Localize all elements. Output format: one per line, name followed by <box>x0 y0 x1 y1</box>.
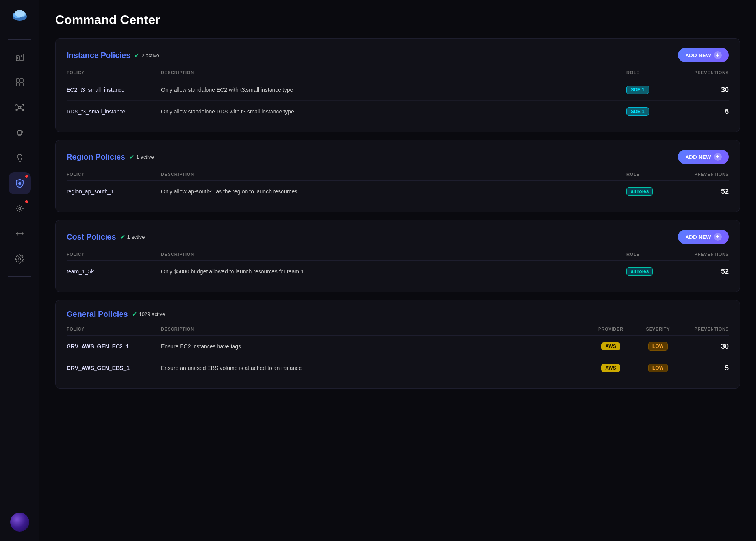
cost-col-desc: DESCRIPTION <box>161 252 626 261</box>
general-policies-table: POLICY DESCRIPTION PROVIDER SEVERITY PRE… <box>67 327 729 379</box>
policy-name-cell: GRV_AWS_GEN_EBS_1 <box>67 357 161 379</box>
instance-policies-active-badge: ✔ 2 active <box>134 52 159 59</box>
policy-desc-cell: Only allow ap-south-1 as the region to l… <box>161 181 626 203</box>
policy-name-cell: region_ap_south_1 <box>67 181 161 203</box>
main-content: Command Center Instance Policies ✔ 2 act… <box>39 0 756 541</box>
instance-policies-add-button[interactable]: ADD NEW + <box>678 48 729 62</box>
policy-desc-cell: Only $5000 budget allowed to launch reso… <box>161 261 626 283</box>
table-row: region_ap_south_1 Only allow ap-south-1 … <box>67 181 729 203</box>
policy-name-link[interactable]: region_ap_south_1 <box>67 188 114 195</box>
svg-line-22 <box>17 108 19 110</box>
policy-name-cell: EC2_t3_small_instance <box>67 79 161 101</box>
svg-point-19 <box>22 109 24 111</box>
ai-badge <box>25 200 28 203</box>
policy-desc-cell: Only allow standalone EC2 with t3.small … <box>161 79 626 101</box>
sidebar-item-settings[interactable] <box>9 248 31 270</box>
region-policies-active-count: 1 active <box>136 154 154 160</box>
instance-policies-add-label: ADD NEW <box>685 52 711 58</box>
region-col-policy: POLICY <box>67 172 161 181</box>
sidebar-item-dashboard[interactable] <box>9 71 31 93</box>
general-policies-check-icon: ✔ <box>132 310 137 318</box>
sidebar-item-ai[interactable] <box>9 197 31 219</box>
svg-point-16 <box>16 104 17 106</box>
policy-role-cell: all roles <box>626 261 682 283</box>
region-policies-check-icon: ✔ <box>129 153 134 161</box>
sidebar-item-shield[interactable] <box>9 172 31 194</box>
preventions-value: 5 <box>725 364 729 372</box>
cost-policies-add-label: ADD NEW <box>685 234 711 240</box>
policy-name-link[interactable]: EC2_t3_small_instance <box>67 87 124 93</box>
cost-policies-add-button[interactable]: ADD NEW + <box>678 230 729 244</box>
region-policies-plus-icon: + <box>714 153 722 161</box>
general-policies-section: General Policies ✔ 1029 active POLICY DE… <box>55 300 740 389</box>
instance-col-role: ROLE <box>626 70 682 79</box>
table-row: GRV_AWS_GEN_EC2_1 Ensure EC2 instances h… <box>67 336 729 357</box>
policy-name-cell: team_1_5k <box>67 261 161 283</box>
provider-badge: AWS <box>601 342 620 350</box>
general-col-prev: PREVENTIONS <box>682 327 729 336</box>
policy-name-cell: GRV_AWS_GEN_EC2_1 <box>67 336 161 357</box>
svg-point-39 <box>19 207 21 210</box>
sidebar-item-transfer[interactable] <box>9 223 31 245</box>
policy-name-link[interactable]: RDS_t3_small_instance <box>67 108 125 115</box>
table-row: GRV_AWS_GEN_EBS_1 Ensure an unused EBS v… <box>67 357 729 379</box>
cost-policies-header: Cost Policies ✔ 1 active ADD NEW + <box>67 230 729 244</box>
svg-point-37 <box>19 182 21 185</box>
cost-policies-section: Cost Policies ✔ 1 active ADD NEW + POLIC… <box>55 220 740 292</box>
general-policies-active-count: 1029 active <box>139 311 165 317</box>
policy-severity-cell: LOW <box>634 357 682 379</box>
svg-point-18 <box>16 109 17 111</box>
role-badge: SDE 1 <box>626 107 649 116</box>
svg-rect-5 <box>20 54 23 61</box>
policy-preventions-cell: 30 <box>682 336 729 357</box>
region-policies-add-label: ADD NEW <box>685 154 711 160</box>
sidebar-divider-bottom <box>8 276 31 277</box>
general-col-provider: PROVIDER <box>587 327 634 336</box>
svg-rect-14 <box>20 83 23 86</box>
sidebar-item-buildings[interactable] <box>9 46 31 68</box>
instance-policies-plus-icon: + <box>714 51 722 59</box>
policy-desc-cell: Ensure EC2 instances have tags <box>161 336 587 357</box>
cost-col-role: ROLE <box>626 252 682 261</box>
instance-col-policy: POLICY <box>67 70 161 79</box>
region-policies-add-button[interactable]: ADD NEW + <box>678 150 729 164</box>
sidebar-item-chip[interactable] <box>9 122 31 144</box>
instance-col-prev: PREVENTIONS <box>682 70 729 79</box>
svg-rect-24 <box>18 131 22 135</box>
svg-point-3 <box>15 10 25 17</box>
svg-line-23 <box>21 108 22 110</box>
general-policies-title-group: General Policies ✔ 1029 active <box>67 310 165 319</box>
svg-point-17 <box>22 104 24 106</box>
preventions-value: 30 <box>721 86 729 94</box>
severity-badge: LOW <box>648 364 668 372</box>
instance-policies-title-group: Instance Policies ✔ 2 active <box>67 51 159 60</box>
cost-policies-title: Cost Policies <box>67 232 116 242</box>
role-badge: all roles <box>626 267 653 276</box>
table-row: team_1_5k Only $5000 budget allowed to l… <box>67 261 729 283</box>
sidebar-item-insights[interactable] <box>9 147 31 169</box>
instance-policies-check-icon: ✔ <box>134 52 139 59</box>
svg-rect-13 <box>16 83 19 86</box>
policy-name-cell: RDS_t3_small_instance <box>67 101 161 123</box>
svg-point-15 <box>19 106 21 109</box>
preventions-value: 52 <box>721 188 729 195</box>
sidebar-divider-top <box>8 39 31 40</box>
cost-col-policy: POLICY <box>67 252 161 261</box>
svg-rect-12 <box>20 79 23 82</box>
svg-rect-11 <box>16 79 19 82</box>
region-col-desc: DESCRIPTION <box>161 172 626 181</box>
region-policies-active-badge: ✔ 1 active <box>129 153 154 161</box>
policy-name-link[interactable]: team_1_5k <box>67 268 94 275</box>
svg-point-41 <box>19 258 21 260</box>
table-row: RDS_t3_small_instance Only allow standal… <box>67 101 729 123</box>
shield-badge <box>25 175 28 178</box>
general-policies-active-badge: ✔ 1029 active <box>132 310 165 318</box>
policy-role-cell: SDE 1 <box>626 79 682 101</box>
policy-preventions-cell: 5 <box>682 357 729 379</box>
cost-policies-check-icon: ✔ <box>120 233 125 241</box>
app-logo[interactable] <box>10 6 29 27</box>
sidebar-item-network[interactable] <box>9 97 31 119</box>
role-badge: all roles <box>626 187 653 196</box>
user-avatar[interactable] <box>10 513 29 532</box>
policy-preventions-cell: 30 <box>682 79 729 101</box>
